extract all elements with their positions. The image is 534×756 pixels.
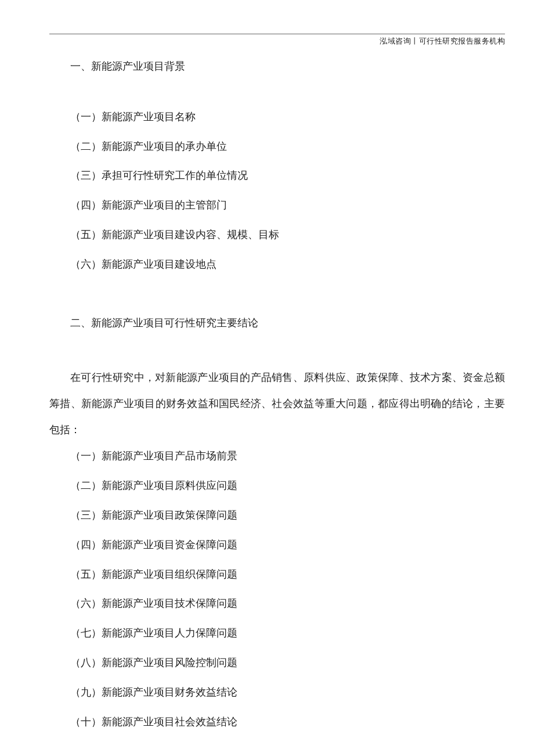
document-content: 一、新能源产业项目背景 （一）新能源产业项目名称 （二）新能源产业项目的承办单位… xyxy=(49,58,505,743)
section-2-item: （三）新能源产业项目政策保障问题 xyxy=(49,507,505,524)
section-2-item: （十）新能源产业项目社会效益结论 xyxy=(49,714,505,730)
section-1-item: （三）承担可行性研究工作的单位情况 xyxy=(49,167,505,184)
section-2-item: （八）新能源产业项目风险控制问题 xyxy=(49,654,505,671)
section-2-item: （四）新能源产业项目资金保障问题 xyxy=(49,537,505,553)
section-1-item: （六）新能源产业项目建设地点 xyxy=(49,256,505,273)
section-2-item: （六）新能源产业项目技术保障问题 xyxy=(49,595,505,612)
header-text: 泓域咨询丨可行性研究报告服务机构 xyxy=(380,36,505,46)
section-1-item: （五）新能源产业项目建设内容、规模、目标 xyxy=(49,226,505,243)
section-2-paragraph: 在可行性研究中，对新能源产业项目的产品销售、原料供应、政策保障、技术方案、资金总… xyxy=(49,365,505,443)
section-1-item: （二）新能源产业项目的承办单位 xyxy=(49,138,505,155)
section-2-item: （七）新能源产业项目人力保障问题 xyxy=(49,625,505,642)
section-2-item: （九）新能源产业项目财务效益结论 xyxy=(49,684,505,701)
header-divider xyxy=(49,34,505,34)
section-1-item: （四）新能源产业项目的主管部门 xyxy=(49,197,505,214)
section-2-item: （五）新能源产业项目组织保障问题 xyxy=(49,566,505,583)
section-1-item: （一）新能源产业项目名称 xyxy=(49,109,505,125)
section-1-heading: 一、新能源产业项目背景 xyxy=(49,58,505,75)
section-gap xyxy=(49,286,505,315)
section-2-heading: 二、新能源产业项目可行性研究主要结论 xyxy=(49,315,505,332)
section-2-item: （二）新能源产业项目原料供应问题 xyxy=(49,477,505,494)
section-2-item: （一）新能源产业项目产品市场前景 xyxy=(49,448,505,465)
